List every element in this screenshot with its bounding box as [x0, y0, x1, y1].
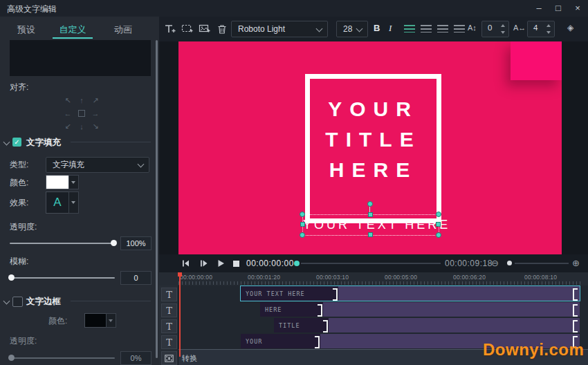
fill-color-swatch[interactable] — [46, 175, 69, 189]
fill-opacity-value[interactable]: 100% — [120, 236, 151, 250]
handle-bottom-center[interactable] — [368, 232, 373, 237]
next-frame-button[interactable] — [198, 259, 209, 268]
align-center-text-button[interactable] — [421, 25, 432, 32]
align-right-text-button[interactable] — [437, 25, 448, 32]
timeline-playhead[interactable] — [179, 272, 181, 357]
timeline-zoom-in-icon[interactable]: ⊕ — [572, 258, 580, 268]
align-top-left-button[interactable]: ↖ — [61, 94, 75, 107]
text-clip-3[interactable]: TITLE — [274, 318, 580, 333]
track-type-button-3[interactable]: T — [161, 319, 177, 333]
border-opacity-label: 透明度: — [10, 335, 37, 347]
handle-top-right[interactable] — [436, 212, 441, 217]
trim-out-handle[interactable] — [333, 288, 338, 301]
border-color-dropdown-button[interactable] — [106, 313, 116, 328]
video-canvas[interactable]: YOUR TITLE HERE YOUR TEXT HERE — [178, 41, 562, 254]
fill-opacity-slider-handle[interactable] — [111, 240, 117, 246]
handle-top-center[interactable] — [368, 212, 373, 217]
fill-color-dropdown-button[interactable] — [68, 175, 79, 189]
font-family-dropdown[interactable]: Roboto Light — [231, 21, 328, 37]
add-text-button[interactable] — [163, 22, 177, 36]
close-button[interactable]: × — [570, 1, 585, 15]
handle-top-left[interactable] — [300, 212, 305, 217]
italic-button[interactable]: I — [389, 23, 392, 34]
text-border-checkbox[interactable] — [12, 297, 23, 307]
text-clip-2[interactable]: HERE — [260, 302, 580, 317]
track-type-button-2[interactable]: T — [161, 303, 177, 317]
align-left-text-button[interactable] — [404, 25, 415, 32]
align-right-button[interactable]: → — [89, 107, 102, 120]
add-image-button[interactable] — [198, 22, 212, 36]
transition-track-button[interactable] — [161, 351, 177, 365]
collapse-chevron-icon[interactable] — [3, 298, 10, 305]
tab-custom[interactable]: 自定义 — [51, 22, 94, 37]
text-clip-1[interactable]: YOUR TEXT HERE — [241, 286, 580, 301]
text-fill-title: 文字填充 — [26, 137, 61, 149]
trim-in-handle[interactable] — [573, 320, 578, 333]
border-opacity-value[interactable]: 0% — [120, 351, 151, 365]
align-label: 对齐: — [10, 82, 28, 93]
blur-slider[interactable] — [10, 277, 115, 279]
line-spacing-stepper[interactable]: 0 — [481, 21, 509, 37]
fill-type-dropdown[interactable]: 文字填充 — [46, 157, 149, 173]
align-bottom-left-button[interactable]: ↙ — [61, 120, 75, 133]
blur-value[interactable]: 0 — [120, 271, 151, 285]
tab-animation[interactable]: 动画 — [104, 22, 143, 37]
handle-middle-right[interactable] — [436, 222, 441, 227]
handle-bottom-left[interactable] — [300, 232, 305, 238]
stop-button[interactable] — [230, 259, 241, 268]
track-type-button-1[interactable]: T — [161, 288, 177, 301]
trim-in-handle[interactable] — [573, 304, 578, 317]
fill-opacity-slider[interactable] — [10, 243, 115, 244]
panel-scrollbar[interactable] — [156, 40, 158, 358]
timeline-zoom-slider[interactable] — [515, 263, 569, 264]
track-type-button-4[interactable]: T — [161, 335, 177, 349]
align-top-button[interactable]: ↑ — [75, 94, 89, 107]
handle-bottom-right[interactable] — [436, 232, 441, 238]
trim-out-handle[interactable] — [315, 336, 320, 348]
title-frame-box[interactable]: YOUR TITLE HERE — [305, 74, 441, 223]
font-size-dropdown[interactable]: 28 — [336, 21, 368, 37]
play-button[interactable] — [215, 259, 226, 268]
previous-frame-button[interactable] — [180, 259, 191, 268]
align-bottom-right-button[interactable]: ↘ — [89, 120, 102, 133]
border-color-swatch[interactable] — [84, 313, 107, 328]
effect-swatch[interactable]: A — [46, 191, 69, 214]
border-opacity-slider-handle[interactable] — [8, 355, 15, 361]
tab-presets[interactable]: 预设 — [7, 22, 46, 37]
align-left-button[interactable]: ← — [61, 107, 75, 120]
delete-button[interactable] — [215, 22, 229, 36]
align-top-right-button[interactable]: ↗ — [89, 94, 102, 107]
stepper-down-icon[interactable] — [546, 31, 551, 34]
align-justify-text-button[interactable] — [454, 25, 465, 32]
timeline-zoom-out-icon[interactable]: ⊖ — [491, 258, 499, 268]
align-center-button[interactable] — [75, 107, 89, 120]
minimize-button[interactable]: – — [531, 1, 546, 15]
trim-in-handle[interactable] — [573, 288, 578, 301]
trim-out-handle[interactable] — [318, 304, 322, 317]
seek-playhead-dot[interactable] — [294, 261, 300, 266]
letter-spacing-stepper[interactable]: 4 — [527, 21, 555, 37]
rotation-handle[interactable] — [367, 201, 373, 207]
trim-out-handle[interactable] — [323, 320, 328, 333]
clip-active-region: HERE — [260, 302, 323, 317]
align-bottom-button[interactable]: ↓ — [75, 120, 89, 133]
track-header-column: T T T T — [159, 286, 178, 365]
stepper-up-icon[interactable] — [546, 24, 551, 27]
bold-button[interactable]: B — [374, 23, 380, 33]
keyframe-diamond-icon[interactable]: ◈ — [567, 23, 573, 32]
timeline-ruler[interactable]: 00:00:00:00 00:00:01:20 00:00:03:10 00:0… — [159, 272, 588, 286]
blur-slider-handle[interactable] — [8, 274, 15, 281]
text-fill-checkbox[interactable]: ✓ — [12, 138, 21, 147]
timeline-zoom-slider-handle[interactable] — [507, 261, 512, 265]
text-track-icon: T — [166, 290, 172, 300]
stepper-down-icon[interactable] — [501, 31, 505, 34]
effect-dropdown-button[interactable] — [68, 191, 79, 214]
playback-bar: 00:00:00:00 00:00:09:18 ⊖ ⊕ — [159, 254, 588, 273]
handle-middle-left[interactable] — [300, 222, 305, 227]
add-text-box-button[interactable] — [181, 22, 194, 36]
collapse-chevron-icon[interactable] — [3, 139, 10, 146]
seek-bar[interactable] — [301, 263, 441, 264]
border-opacity-slider[interactable] — [10, 357, 115, 359]
stepper-up-icon[interactable] — [501, 24, 505, 27]
maximize-button[interactable]: □ — [551, 1, 566, 15]
